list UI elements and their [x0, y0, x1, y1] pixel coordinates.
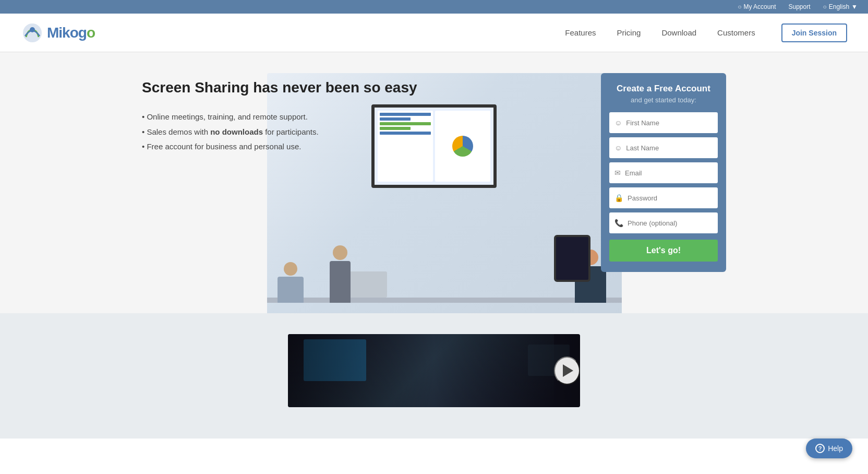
logo: Mikogo [21, 21, 95, 44]
nav-customers[interactable]: Customers [717, 28, 755, 37]
last-name-field[interactable]: ☺ [609, 137, 718, 158]
video-player[interactable] [288, 334, 580, 407]
hero-section: Screen Sharing has never been so easy On… [0, 52, 868, 313]
email-input[interactable] [625, 169, 713, 177]
lock-icon: 🔒 [614, 194, 623, 202]
first-name-input[interactable] [626, 119, 713, 127]
nav-download[interactable]: Download [661, 28, 696, 37]
email-field[interactable]: ✉ [609, 162, 718, 183]
bullet-2: Sales demos with no downloads for partic… [142, 125, 601, 140]
support-label: Support [788, 3, 810, 10]
first-name-field[interactable]: ☺ [609, 112, 718, 133]
logo-icon [21, 21, 44, 44]
top-bar: ○ My Account Support ○ English ▼ [0, 0, 868, 14]
last-name-input[interactable] [626, 144, 713, 152]
person-icon: ☺ [614, 118, 622, 127]
join-session-button[interactable]: Join Session [781, 23, 847, 42]
svg-point-0 [23, 23, 42, 42]
logo-area[interactable]: Mikogo [21, 21, 95, 44]
support-link[interactable]: Support [788, 3, 810, 10]
person-sitting [278, 262, 304, 303]
hero-bullets: Online meetings, training, and remote su… [142, 110, 601, 155]
phone-input[interactable] [628, 219, 713, 227]
logo-text: Mikogo [47, 25, 95, 41]
language-selector[interactable]: ○ English ▼ [823, 3, 858, 10]
signup-title: Create a Free Account [609, 84, 718, 94]
tablet [554, 235, 590, 282]
bold-text: no downloads [210, 127, 263, 136]
password-field[interactable]: 🔒 [609, 187, 718, 208]
nav-features[interactable]: Features [565, 28, 596, 37]
person-icon-2: ☺ [614, 144, 622, 152]
signup-panel: Create a Free Account and get started to… [601, 73, 726, 272]
nav-pricing[interactable]: Pricing [617, 28, 641, 37]
phone-icon: 📞 [614, 219, 623, 227]
chevron-down-icon: ▼ [851, 3, 858, 10]
bullet-1: Online meetings, training, and remote su… [142, 110, 601, 125]
bullet-3: Free account for business and personal u… [142, 139, 601, 155]
play-button[interactable] [554, 357, 580, 385]
table [267, 298, 622, 303]
user-icon: ○ [738, 3, 741, 10]
my-account-link[interactable]: ○ My Account [738, 3, 776, 10]
main-nav: Features Pricing Download Customers Join… [565, 23, 847, 42]
phone-field[interactable]: 📞 [609, 212, 718, 233]
hero-title: Screen Sharing has never been so easy [142, 78, 601, 97]
my-account-label: My Account [743, 3, 776, 10]
video-overlay [288, 334, 580, 407]
signup-subtitle: and get started today: [609, 96, 718, 104]
video-section [0, 313, 868, 439]
person-standing [330, 245, 351, 303]
signup-submit-button[interactable]: Let's go! [609, 240, 718, 262]
hero-inner: Screen Sharing has never been so easy On… [121, 73, 747, 272]
play-icon [563, 364, 573, 377]
site-header: Mikogo Features Pricing Download Custome… [0, 14, 868, 52]
password-input[interactable] [628, 194, 713, 202]
laptop [345, 271, 387, 298]
mail-icon: ✉ [614, 169, 621, 177]
hero-content: Screen Sharing has never been so easy On… [142, 73, 601, 155]
globe-icon: ○ [823, 3, 827, 10]
language-label: English [829, 3, 849, 10]
